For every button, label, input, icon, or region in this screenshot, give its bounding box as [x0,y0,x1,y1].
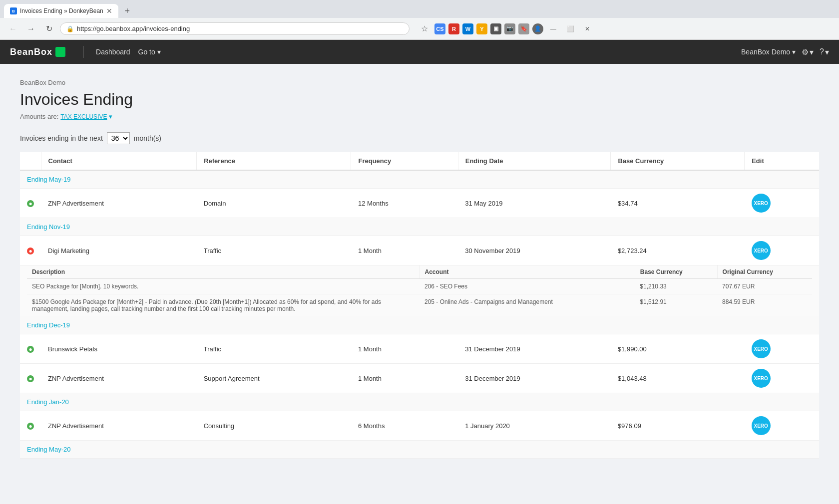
detail-description: SEO Package for [Month]. 10 keywords. [27,279,420,294]
url-text: https://go.beanbox.app/invoices-ending [77,25,403,32]
tab-close-button[interactable]: ✕ [106,7,112,15]
row-reference: Traffic [197,236,351,265]
logo-box [55,47,65,57]
address-bar[interactable]: 🔒 https://go.beanbox.app/invoices-ending [60,22,410,35]
table-row: ● Digi Marketing Traffic 1 Month 30 Nove… [20,236,819,265]
col-ending-date: Ending Date [458,152,611,170]
maximize-button[interactable]: ⬜ [563,22,577,36]
detail-row: SEO Package for [Month]. 10 keywords. 20… [27,279,812,294]
section-header-row: Ending May-20 [20,441,819,459]
row-status: ● [20,411,41,441]
detail-table: Description Account Base Currency Origin… [27,265,812,316]
tax-dropdown-arrow[interactable]: ▾ [109,113,112,120]
xero-button[interactable]: XERO [752,416,771,435]
tab-bar: B Invoices Ending » DonkeyBean ✕ + [0,0,839,18]
section-header-row: Ending Nov-19 [20,218,819,236]
lock-icon: 🔒 [66,25,74,32]
row-ending-date: 1 January 2020 [458,411,611,441]
row-base-currency: $1,043.48 [611,364,745,393]
section-header-row: Ending May-19 [20,170,819,189]
user-menu[interactable]: BeanBox Demo ▾ [741,48,796,56]
close-window-button[interactable]: ✕ [580,22,594,36]
xero-button[interactable]: XERO [752,241,771,260]
status-dot: ● [27,200,34,207]
row-frequency: 1 Month [351,334,458,364]
help-button[interactable]: ? ▾ [820,47,829,57]
row-status: ● [20,364,41,393]
nav-separator [83,46,84,58]
minimize-button[interactable]: — [546,22,560,36]
ext-yw-icon[interactable]: Y [476,23,487,34]
back-button[interactable]: ← [6,22,20,36]
goto-nav-dropdown[interactable]: Go to ▾ [134,46,165,58]
reload-button[interactable]: ↻ [42,22,56,36]
ext-misc-icon[interactable]: 🔖 [518,23,529,34]
detail-col-original: Original Currency [717,265,812,279]
ext-bk-icon[interactable]: ▣ [490,23,501,34]
browser-controls: ← → ↻ 🔒 https://go.beanbox.app/invoices-… [0,18,839,40]
row-status: ● [20,236,41,265]
ext-cm-icon[interactable]: 📷 [504,23,515,34]
section-label: Ending Nov-19 [20,218,819,236]
row-edit[interactable]: XERO [745,189,819,218]
row-reference: Support Agreement [197,364,351,393]
tab-favicon: B [10,7,17,14]
new-tab-button[interactable]: + [120,4,134,18]
detail-description: $1500 Google Ads Package for [Month+2] -… [27,294,420,317]
row-edit[interactable]: XERO [745,236,819,265]
browser-actions: ☆ CS R W Y ▣ 📷 🔖 👤 — ⬜ ✕ [418,22,594,36]
detail-col-account: Account [420,265,635,279]
row-edit[interactable]: XERO [745,411,819,441]
row-reference: Traffic [197,334,351,364]
page-content: BeanBox Demo Invoices Ending Amounts are… [0,64,839,504]
status-dot: ● [27,423,34,430]
forward-button[interactable]: → [24,22,38,36]
row-edit[interactable]: XERO [745,334,819,364]
row-frequency: 1 Month [351,364,458,393]
active-tab[interactable]: B Invoices Ending » DonkeyBean ✕ [4,4,118,18]
row-ending-date: 31 December 2019 [458,364,611,393]
status-dot: ● [27,248,34,254]
section-header-row: Ending Jan-20 [20,393,819,411]
row-frequency: 6 Months [351,411,458,441]
tab-title: Invoices Ending » DonkeyBean [20,7,103,14]
table-row: ● Brunswick Petals Traffic 1 Month 31 De… [20,334,819,364]
row-edit[interactable]: XERO [745,364,819,393]
app-logo[interactable]: BeanBox [10,47,65,57]
ext-wd-icon[interactable]: W [462,23,473,34]
table-header-row: Contact Reference Frequency Ending Date … [20,152,819,170]
table-row: ● ZNP Advertisement Consulting 6 Months … [20,411,819,441]
detail-account: 205 - Online Ads - Campaigns and Managem… [420,294,635,317]
logo-text: BeanBox [10,47,52,57]
detail-col-header: Description Account Base Currency Origin… [27,265,812,279]
row-contact: Brunswick Petals [41,334,197,364]
row-contact: ZNP Advertisement [41,364,197,393]
section-label: Ending Jan-20 [20,393,819,411]
dashboard-nav-link[interactable]: Dashboard [92,46,134,58]
tax-exclusive-link[interactable]: TAX EXCLUSIVE [60,113,107,120]
status-dot: ● [27,375,34,382]
profile-icon[interactable]: 👤 [532,23,543,34]
row-status: ● [20,189,41,218]
page-title: Invoices Ending [20,90,819,109]
row-status: ● [20,334,41,364]
xero-button[interactable]: XERO [752,194,771,213]
breadcrumb: BeanBox Demo [20,79,819,86]
ext-cs-icon[interactable]: CS [434,23,445,34]
xero-button[interactable]: XERO [752,339,771,358]
table-row: ● ZNP Advertisement Domain 12 Months 31 … [20,189,819,218]
filter-bar: Invoices ending in the next 36 12 24 48 … [20,132,819,144]
bookmark-button[interactable]: ☆ [418,22,431,36]
ext-rd-icon[interactable]: R [448,23,459,34]
xero-button[interactable]: XERO [752,369,771,388]
months-select[interactable]: 36 12 24 48 60 [107,132,130,144]
section-label: Ending Dec-19 [20,316,819,334]
section-label: Ending May-20 [20,441,819,459]
row-contact: Digi Marketing [41,236,197,265]
col-edit: Edit [745,152,819,170]
status-dot: ● [27,346,34,353]
detail-col-description: Description [27,265,420,279]
row-contact: ZNP Advertisement [41,411,197,441]
settings-button[interactable]: ⚙ ▾ [802,47,814,57]
nav-right: BeanBox Demo ▾ ⚙ ▾ ? ▾ [741,47,829,57]
